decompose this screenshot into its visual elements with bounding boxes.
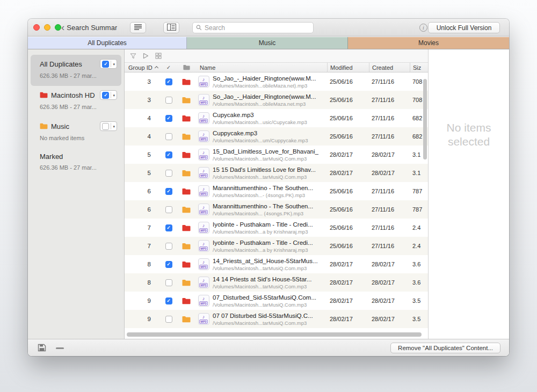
sidebar-item[interactable]: Music ▾ No marked items: [31, 117, 121, 148]
sidebar: All Duplicates ▾ 626.36 MB - 27 mar... M…: [28, 49, 125, 339]
checkbox-dropdown[interactable]: ▾: [100, 121, 117, 131]
sort-ascending-icon: [155, 66, 158, 70]
play-icon[interactable]: [143, 53, 149, 59]
mp3-file-icon: ♪MP3: [198, 76, 209, 88]
size-cell: 3.5: [410, 316, 428, 322]
table-row[interactable]: 7 ♪MP3 Iyobinte - Pusthakam - Title - Cr…: [125, 219, 428, 237]
tab-all-duplicates[interactable]: All Duplicates: [28, 37, 187, 49]
row-checkbox[interactable]: [165, 316, 172, 323]
row-checkbox[interactable]: [165, 279, 172, 286]
table-row[interactable]: 3 ♪MP3 So_Jao_-_Haider_Ringtone(www.M...…: [125, 91, 428, 109]
filter-icon[interactable]: [130, 53, 136, 59]
file-name: 14_Priests_at_Sid_House-5StarMus...: [213, 258, 327, 264]
table-row[interactable]: 3 ♪MP3 So_Jao_-_Haider_Ringtone(www.M...…: [125, 72, 428, 91]
table-row[interactable]: 9 ♪MP3 07 07 Disturbed Sid-5StarMusiQ.C.…: [125, 310, 428, 328]
mp3-file-icon: ♪MP3: [198, 130, 209, 142]
folder-icon: [182, 224, 191, 231]
created-cell: 27/11/16: [369, 133, 410, 140]
sidebar-item[interactable]: Marked 626.36 MB - 27 mar...: [31, 148, 121, 179]
modified-cell: 25/06/16: [327, 115, 369, 121]
table-row[interactable]: 6 ♪MP3 Marannittumenthino - The Southen.…: [125, 182, 428, 200]
row-checkbox[interactable]: [165, 78, 172, 85]
table-body: 3 ♪MP3 So_Jao_-_Haider_Ringtone(www.M...…: [125, 72, 428, 339]
column-header-group-id[interactable]: Group ID: [125, 63, 159, 72]
checkbox-dropdown[interactable]: ▾: [100, 59, 117, 69]
file-name: Iyobinte - Pusthakam - Title - Credi...: [213, 221, 327, 228]
row-checkbox[interactable]: [165, 97, 172, 104]
zoom-icon[interactable]: [55, 24, 61, 31]
horizontal-scrollbar[interactable]: [127, 332, 422, 337]
back-button[interactable]: ‹ Search Summar: [61, 19, 117, 37]
sidebar-checkbox[interactable]: [102, 61, 109, 68]
file-path: /Volumes/Macintosh...obileMaza.net).mp3: [213, 83, 327, 89]
column-view-button[interactable]: [163, 22, 179, 33]
search-input[interactable]: [205, 24, 310, 32]
modified-cell: 28/02/17: [327, 151, 369, 158]
sidebar-checkbox[interactable]: [102, 123, 109, 130]
sidebar-item[interactable]: Macintosh HD ▾ 626.36 MB - 27 mar...: [31, 86, 121, 117]
file-name: 07_Disturbed_Sid-5StarMusiQ.Com...: [213, 294, 327, 301]
file-path: /Volumes/Macintosh...a by Krishnaraj.mp3: [213, 229, 327, 235]
row-checkbox[interactable]: [165, 206, 172, 213]
row-checkbox[interactable]: [165, 170, 172, 177]
tab-music[interactable]: Music: [187, 37, 348, 49]
row-checkbox[interactable]: [165, 133, 172, 140]
vertical-scrollbar[interactable]: [423, 79, 427, 159]
row-checkbox[interactable]: [165, 224, 172, 231]
file-path: /Volumes/Macintosh...tarMusiQ.Com.mp3: [213, 156, 327, 162]
unlock-full-version-button[interactable]: Unlock Full Version: [428, 22, 500, 33]
column-header-checked[interactable]: ✓: [159, 63, 178, 72]
info-icon[interactable]: i: [419, 24, 427, 32]
sidebar-item[interactable]: All Duplicates ▾ 626.36 MB - 27 mar...: [31, 55, 121, 86]
row-checkbox[interactable]: [165, 151, 172, 158]
close-icon[interactable]: [33, 24, 40, 31]
created-cell: 28/02/17: [369, 297, 410, 304]
column-header-size[interactable]: Siz: [410, 63, 428, 72]
sidebar-item-subtitle: 626.36 MB - 27 mar...: [40, 164, 117, 171]
row-checkbox[interactable]: [165, 243, 172, 250]
list-view-button[interactable]: [130, 22, 146, 33]
modified-cell: 28/02/17: [327, 316, 369, 322]
row-checkbox[interactable]: [165, 297, 172, 304]
column-header-created[interactable]: Created: [369, 63, 410, 72]
table-row[interactable]: 8 ♪MP3 14_Priests_at_Sid_House-5StarMus.…: [125, 255, 428, 273]
column-header-modified[interactable]: Modified: [327, 63, 369, 72]
table-row[interactable]: 9 ♪MP3 07_Disturbed_Sid-5StarMusiQ.Com..…: [125, 292, 428, 310]
modified-cell: 25/06/16: [327, 133, 369, 140]
column-header-folder[interactable]: [178, 63, 194, 72]
table-row[interactable]: 7 ♪MP3 Iyobinte - Pusthakam - Title - Cr…: [125, 237, 428, 255]
column-view-icon: [167, 23, 176, 33]
created-cell: 27/11/16: [369, 224, 410, 231]
tab-movies[interactable]: Movies: [348, 37, 509, 49]
table-row[interactable]: 4 ♪MP3 Cuppycake.mp3 /Volumes/Macintosh.…: [125, 127, 428, 146]
folder-icon: [182, 188, 191, 195]
group-id-cell: 6: [125, 206, 159, 213]
grid-view-icon[interactable]: [155, 53, 162, 59]
row-checkbox[interactable]: [165, 115, 172, 122]
sidebar-item-label: All Duplicates: [40, 60, 97, 68]
table-row[interactable]: 8 ♪MP3 14 14 Priests at Sid's House-5Sta…: [125, 273, 428, 292]
folder-icon: [40, 123, 48, 129]
file-path: /Volumes/Macintosh...tarMusiQ.Com.mp3: [213, 320, 327, 326]
minimize-icon[interactable]: [44, 24, 50, 31]
table-row[interactable]: 5 ♪MP3 15 15 Dad's Limitless Love for Bh…: [125, 164, 428, 182]
sidebar-checkbox[interactable]: [102, 92, 109, 99]
remove-content-button[interactable]: Remove "All Duplicates" Content...: [390, 343, 500, 353]
group-id-cell: 5: [125, 151, 159, 158]
save-icon[interactable]: [38, 344, 46, 352]
minus-icon[interactable]: [56, 347, 64, 349]
row-checkbox[interactable]: [165, 261, 172, 268]
file-name: Cupycake.mp3: [213, 112, 327, 118]
column-header-name[interactable]: Name: [194, 63, 327, 72]
main-content: All Duplicates ▾ 626.36 MB - 27 mar... M…: [28, 49, 509, 339]
search-field[interactable]: [192, 22, 314, 33]
group-id-cell: 3: [125, 97, 159, 103]
mp3-file-icon: ♪MP3: [198, 112, 209, 124]
table-row[interactable]: 5 ♪MP3 15_Dad_Limitless_Love_for_Bhavani…: [125, 146, 428, 164]
table-row[interactable]: 4 ♪MP3 Cupycake.mp3 /Volumes/Macintosh..…: [125, 109, 428, 127]
mp3-file-icon: ♪MP3: [198, 222, 209, 234]
table-row[interactable]: 6 ♪MP3 Marannittumenthino - The Southen.…: [125, 200, 428, 219]
row-checkbox[interactable]: [165, 188, 172, 195]
folder-icon: [182, 206, 191, 213]
checkbox-dropdown[interactable]: ▾: [100, 90, 117, 100]
